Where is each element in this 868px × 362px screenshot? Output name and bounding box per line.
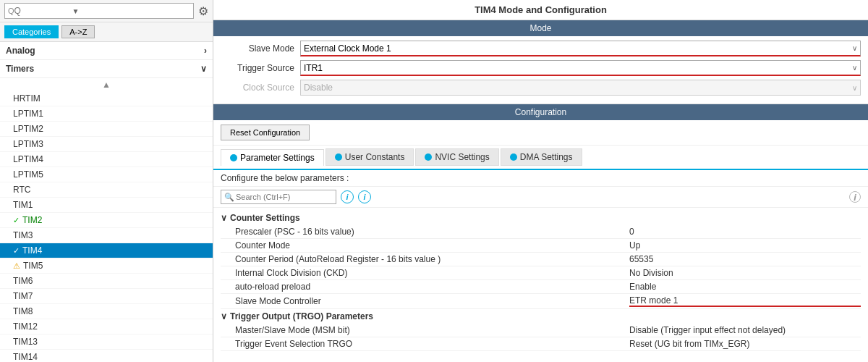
sidebar-search-dropdown-arrow[interactable]: ▼: [72, 7, 80, 15]
params-search-box[interactable]: 🔍: [221, 190, 336, 204]
counter-settings-label: Counter Settings: [230, 213, 300, 223]
search-info-btn-2[interactable]: i: [358, 190, 371, 203]
lptim4-label: LPTIM4: [13, 154, 43, 164]
trigger-source-dropdown-icon: ∨: [852, 64, 857, 72]
tim4-label: TIM4: [22, 245, 42, 256]
mode-section-header: Mode: [213, 20, 868, 36]
sidebar-list: Analog › Timers ∨ ▲ HRTIM LPTIM1 LPTIM2 …: [0, 42, 213, 362]
tim3-label: TIM3: [13, 230, 33, 240]
params-table: ∨ Counter Settings Prescaler (PSC - 16 b…: [213, 208, 868, 362]
config-section: Reset Configuration Parameter Settings U…: [213, 120, 868, 362]
sidebar-item-lptim5[interactable]: LPTIM5: [0, 167, 213, 182]
reset-config-button[interactable]: Reset Configuration: [221, 125, 310, 140]
tab-dma-settings[interactable]: DMA Settings: [501, 148, 582, 166]
param-prescaler-name: Prescaler (PSC - 16 bits value): [235, 227, 629, 237]
sidebar-item-lptim2[interactable]: LPTIM2: [0, 122, 213, 137]
sidebar-item-lptim3[interactable]: LPTIM3: [0, 137, 213, 152]
param-row-trgo: Trigger Event Selection TRGO Reset (UG b…: [221, 337, 861, 351]
clock-source-label: Clock Source: [221, 83, 300, 93]
sidebar-item-tim6[interactable]: TIM6: [0, 274, 213, 289]
param-row-ckd: Internal Clock Division (CKD) No Divisio…: [221, 266, 861, 280]
slave-mode-row: Slave Mode External Clock Mode 1 ∨: [221, 41, 861, 56]
main-title: TIM4 Mode and Configuration: [213, 0, 868, 20]
sidebar-item-tim7[interactable]: TIM7: [0, 289, 213, 304]
configure-text: Configure the below parameters :: [213, 170, 868, 187]
sidebar-item-tim14[interactable]: TIM14: [0, 350, 213, 362]
tim12-label: TIM12: [13, 321, 38, 332]
sidebar-item-tim3[interactable]: TIM3: [0, 228, 213, 243]
param-ckd-value: No Division: [629, 268, 861, 278]
trigger-output-group-header[interactable]: ∨ Trigger Output (TRGO) Parameters: [221, 309, 861, 324]
tim2-check-icon: ✓: [13, 216, 20, 225]
param-slave-mode-ctrl-value: ETR mode 1: [629, 295, 861, 307]
sidebar-item-tim2[interactable]: ✓ TIM2: [0, 213, 213, 228]
param-msm-name: Master/Slave Mode (MSM bit): [235, 325, 629, 335]
sidebar-category-timers-label: Timers: [6, 64, 34, 74]
trigger-source-select[interactable]: ITR1 ∨: [300, 60, 861, 76]
sidebar-search-row: Q ▼ ⚙: [0, 0, 213, 22]
gear-button[interactable]: ⚙: [198, 4, 208, 18]
search-icon: Q: [8, 7, 14, 15]
sidebar-item-tim8[interactable]: TIM8: [0, 304, 213, 319]
param-row-counter-mode: Counter Mode Up: [221, 239, 861, 253]
param-autoreload-value: Enable: [629, 282, 861, 292]
tab-categories[interactable]: Categories: [4, 25, 59, 38]
param-counter-period-value: 65535: [629, 254, 861, 264]
tab-az[interactable]: A->Z: [61, 25, 95, 38]
counter-settings-group-header[interactable]: ∨ Counter Settings: [221, 211, 861, 225]
slave-mode-label: Slave Mode: [221, 43, 300, 54]
tim4-check-icon: ✓: [13, 246, 20, 256]
sidebar-item-tim4[interactable]: ✓ TIM4: [0, 243, 213, 258]
sidebar-item-tim5[interactable]: ⚠ TIM5: [0, 258, 213, 274]
param-trgo-name: Trigger Event Selection TRGO: [235, 339, 629, 349]
tim14-label: TIM14: [13, 352, 38, 362]
trigger-output-label: Trigger Output (TRGO) Parameters: [230, 311, 373, 321]
config-section-header: Configuration: [213, 104, 868, 120]
tim13-label: TIM13: [13, 337, 38, 347]
sidebar-item-tim12[interactable]: TIM12: [0, 319, 213, 334]
tab-parameter-settings[interactable]: Parameter Settings: [221, 149, 324, 166]
params-search-icon: 🔍: [224, 193, 234, 202]
tim5-warning-icon: ⚠: [13, 261, 20, 271]
tab-user-constants[interactable]: User Constants: [326, 148, 414, 166]
sidebar-category-analog[interactable]: Analog ›: [0, 42, 213, 60]
search-info-btn-1[interactable]: i: [341, 190, 354, 203]
trigger-source-label: Trigger Source: [221, 63, 300, 73]
sidebar-item-lptim1[interactable]: LPTIM1: [0, 106, 213, 122]
param-ckd-name: Internal Clock Division (CKD): [235, 268, 629, 278]
analog-chevron-icon: ›: [204, 46, 207, 56]
sidebar-search-input[interactable]: [14, 6, 72, 16]
user-constants-dot: [335, 153, 342, 161]
counter-settings-collapse-icon: ∨: [221, 213, 227, 223]
tim6-label: TIM6: [13, 276, 33, 286]
config-tabs-row: Parameter Settings User Constants NVIC S…: [213, 146, 868, 170]
clock-source-select: Disable ∨: [300, 80, 861, 96]
sidebar-item-rtc[interactable]: RTC: [0, 182, 213, 198]
sidebar-item-tim13[interactable]: TIM13: [0, 334, 213, 350]
sidebar-category-timers[interactable]: Timers ∨: [0, 60, 213, 78]
param-row-counter-period: Counter Period (AutoReload Register - 16…: [221, 253, 861, 266]
dma-settings-label: DMA Settings: [520, 152, 573, 162]
param-row-autoreload: auto-reload preload Enable: [221, 280, 861, 294]
dma-settings-dot: [510, 153, 517, 161]
tim5-label: TIM5: [23, 261, 43, 271]
sidebar-item-lptim4[interactable]: LPTIM4: [0, 152, 213, 167]
params-search-input[interactable]: [236, 193, 333, 201]
sidebar-item-tim1[interactable]: TIM1: [0, 198, 213, 213]
param-counter-mode-name: Counter Mode: [235, 240, 629, 251]
rtc-label: RTC: [13, 185, 30, 195]
sidebar-scroll-up[interactable]: ▲: [0, 78, 213, 91]
tab-nvic-settings[interactable]: NVIC Settings: [415, 148, 498, 166]
slave-mode-dropdown-icon: ∨: [852, 44, 857, 52]
slave-mode-select[interactable]: External Clock Mode 1 ∨: [300, 41, 861, 56]
lptim1-label: LPTIM1: [13, 109, 43, 119]
params-search-row: 🔍 i i i: [213, 187, 868, 208]
param-row-prescaler: Prescaler (PSC - 16 bits value) 0: [221, 225, 861, 239]
trigger-source-row: Trigger Source ITR1 ∨: [221, 60, 861, 76]
param-msm-value: Disable (Trigger input effect not delaye…: [629, 325, 861, 335]
param-trgo-value: Reset (UG bit from TIMx_EGR): [629, 339, 861, 349]
sidebar-category-analog-label: Analog: [6, 46, 35, 56]
sidebar: Q ▼ ⚙ Categories A->Z Analog › Timers ∨ …: [0, 0, 213, 362]
sidebar-search-box[interactable]: Q ▼: [4, 3, 194, 19]
sidebar-item-hrtim[interactable]: HRTIM: [0, 91, 213, 106]
